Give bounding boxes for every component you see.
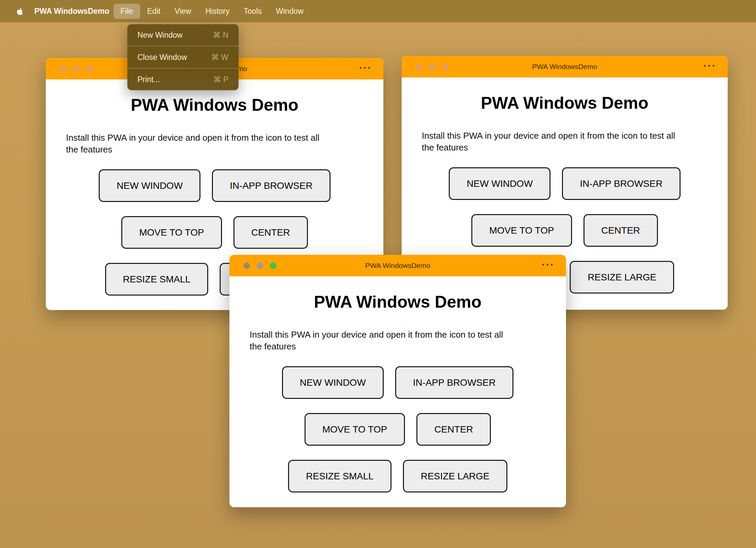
button-row: MOVE TO TOP CENTER <box>250 413 546 446</box>
menu-item-label: Print... <box>137 75 160 84</box>
resize-large-button[interactable]: RESIZE LARGE <box>403 460 507 492</box>
move-to-top-button[interactable]: MOVE TO TOP <box>121 216 222 249</box>
page-description: Install this PWA in your device and open… <box>66 132 332 156</box>
center-button[interactable]: CENTER <box>233 216 308 249</box>
menu-item-shortcut: ⌘ N <box>213 31 228 40</box>
new-window-button[interactable]: NEW WINDOW <box>282 366 384 399</box>
page-title: PWA Windows Demo <box>250 293 546 312</box>
menu-item-new-window[interactable]: New Window ⌘ N <box>127 24 239 46</box>
file-menu-dropdown: New Window ⌘ N Close Window ⌘ W Print...… <box>127 24 239 90</box>
window-titlebar[interactable]: PWA WindowsDemo ⋯ <box>229 255 566 276</box>
menu-item-window[interactable]: Window <box>269 4 311 19</box>
center-button[interactable]: CENTER <box>416 413 491 446</box>
menu-item-shortcut: ⌘ W <box>211 53 228 62</box>
resize-large-button[interactable]: RESIZE LARGE <box>570 261 674 294</box>
menu-item-tools[interactable]: Tools <box>237 4 269 19</box>
apple-menu[interactable] <box>13 6 27 16</box>
button-row: NEW WINDOW IN-APP BROWSER <box>422 167 707 200</box>
button-row: MOVE TO TOP CENTER <box>66 216 363 249</box>
app-menu-title[interactable]: PWA WindowsDemo <box>34 7 109 16</box>
window-title: PWA WindowsDemo <box>402 63 728 71</box>
apple-logo-icon <box>16 6 25 16</box>
center-button[interactable]: CENTER <box>584 214 658 247</box>
window-title: PWA WindowsDemo <box>229 262 566 270</box>
in-app-browser-button[interactable]: IN-APP BROWSER <box>395 366 513 399</box>
button-row: RESIZE SMALL RESIZE LARGE <box>250 460 546 492</box>
menu-item-edit[interactable]: Edit <box>140 4 168 19</box>
menu-item-label: Close Window <box>137 53 187 62</box>
button-row: NEW WINDOW IN-APP BROWSER <box>66 169 363 202</box>
window-content: PWA Windows Demo Install this PWA in you… <box>229 276 566 492</box>
button-row: MOVE TO TOP CENTER <box>422 214 707 247</box>
resize-small-button[interactable]: RESIZE SMALL <box>105 263 209 296</box>
more-options-icon[interactable]: ⋯ <box>541 257 554 272</box>
new-window-button[interactable]: NEW WINDOW <box>449 167 550 200</box>
page-title: PWA Windows Demo <box>422 94 707 113</box>
menu-item-shortcut: ⌘ P <box>213 75 228 84</box>
in-app-browser-button[interactable]: IN-APP BROWSER <box>212 169 330 202</box>
more-options-icon[interactable]: ⋯ <box>703 58 716 73</box>
in-app-browser-button[interactable]: IN-APP BROWSER <box>562 167 680 200</box>
page-description: Install this PWA in your device and open… <box>250 329 516 353</box>
menu-item-file[interactable]: File <box>114 4 140 19</box>
move-to-top-button[interactable]: MOVE TO TOP <box>471 214 572 247</box>
page-title: PWA Windows Demo <box>66 96 363 115</box>
menu-bar: PWA WindowsDemo File Edit View History T… <box>0 0 756 22</box>
menu-item-view[interactable]: View <box>167 4 198 19</box>
menu-item-close-window[interactable]: Close Window ⌘ W <box>127 46 239 68</box>
menu-item-print[interactable]: Print... ⌘ P <box>127 69 239 90</box>
resize-small-button[interactable]: RESIZE SMALL <box>288 460 391 492</box>
window-titlebar[interactable]: PWA WindowsDemo ⋯ <box>402 56 728 77</box>
menu-item-label: New Window <box>137 31 183 40</box>
new-window-button[interactable]: NEW WINDOW <box>99 169 200 202</box>
more-options-icon[interactable]: ⋯ <box>358 60 371 75</box>
menu-item-history[interactable]: History <box>198 4 237 19</box>
button-row: NEW WINDOW IN-APP BROWSER <box>250 366 546 399</box>
move-to-top-button[interactable]: MOVE TO TOP <box>305 413 405 446</box>
page-description: Install this PWA in your device and open… <box>422 130 688 154</box>
app-window-front: PWA WindowsDemo ⋯ PWA Windows Demo Insta… <box>229 255 566 507</box>
